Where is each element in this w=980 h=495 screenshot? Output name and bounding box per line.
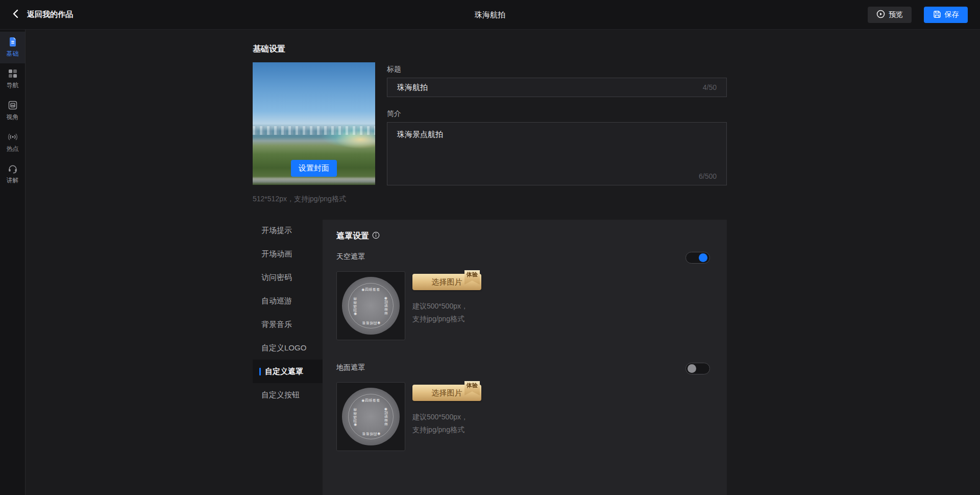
sidebar-item-label: 视角: [7, 113, 19, 122]
preview-label: 预览: [889, 10, 903, 19]
save-label: 保存: [945, 10, 959, 19]
preview-button[interactable]: 预览: [868, 7, 912, 23]
submenu-item-access-password[interactable]: 访问密码: [253, 266, 323, 289]
intro-field-label: 简介: [387, 109, 401, 119]
sidebar-item-narration[interactable]: 讲解: [0, 158, 25, 190]
viewport-icon: [8, 100, 18, 110]
watermark-logo: ◉四维看看: [353, 407, 358, 426]
sidebar-item-label: 热点: [7, 145, 19, 153]
submenu-item-label: 自定义遮罩: [265, 367, 303, 376]
submenu-item-label: 自定义LOGO: [261, 343, 306, 353]
signal-icon: [7, 132, 18, 142]
mask-panel-title: 遮罩设置: [336, 231, 369, 242]
sidebar-item-viewpoint[interactable]: 视角: [0, 95, 25, 127]
toggle-knob: [699, 253, 707, 262]
save-floppy-icon: [933, 10, 941, 20]
ground-mask-preview: ◉四维看看 ◉四维看看 ◉四维看看 ◉四维看看: [336, 382, 405, 451]
submenu-item-opening-tip[interactable]: 开场提示: [253, 219, 323, 242]
document-icon: [8, 37, 18, 47]
app-window: 返回我的作品 珠海航拍 预览 保存 基础: [0, 0, 980, 495]
save-button[interactable]: 保存: [924, 7, 968, 23]
sidebar-item-navigation[interactable]: 导航: [0, 63, 25, 95]
sidebar-item-hotspot[interactable]: 热点: [0, 127, 25, 158]
watermark-logo: ◉四维看看: [361, 287, 380, 292]
hint-line: 建议500*500px，: [412, 411, 468, 423]
sky-mask-preview: ◉四维看看 ◉四维看看 ◉四维看看 ◉四维看看: [336, 271, 405, 340]
intro-counter: 6/500: [699, 172, 717, 180]
submenu-item-custom-mask[interactable]: 自定义遮罩: [253, 360, 323, 383]
watermark-logo: ◉四维看看: [384, 407, 389, 426]
back-button[interactable]: 返回我的作品: [12, 9, 73, 20]
hint-line: 支持jpg/png格式: [412, 313, 468, 325]
sky-mask-hint: 建议500*500px， 支持jpg/png格式: [412, 300, 468, 325]
watermark-logo: ◉四维看看: [384, 296, 389, 315]
title-field-wrap: 4/50: [387, 78, 727, 97]
hint-line: 支持jpg/png格式: [412, 423, 468, 436]
ground-mask-label: 地面遮罩: [336, 363, 365, 372]
submenu-item-label: 自定义按钮: [261, 390, 300, 400]
watermark-logo: ◉四维看看: [361, 398, 380, 403]
sidebar-item-basic[interactable]: 基础: [0, 32, 25, 63]
submenu-item-label: 背景音乐: [261, 320, 292, 329]
set-cover-button[interactable]: 设置封面: [291, 160, 337, 177]
headset-icon: [8, 163, 18, 174]
back-label: 返回我的作品: [27, 10, 73, 19]
intro-field-wrap: 珠海景点航拍 6/500: [387, 122, 727, 185]
page-title: 珠海航拍: [475, 10, 505, 19]
sky-mask-label: 天空遮罩: [336, 252, 365, 262]
grid-icon: [8, 68, 18, 79]
ground-choose-image-button[interactable]: 选择图片 体验: [412, 385, 481, 401]
topbar: 返回我的作品 珠海航拍 预览 保存: [0, 0, 980, 30]
ground-mask-hint: 建议500*500px， 支持jpg/png格式: [412, 411, 468, 436]
sky-mask-toggle[interactable]: [685, 252, 710, 264]
ground-mask-toggle[interactable]: [685, 363, 710, 374]
submenu-item-auto-tour[interactable]: 自动巡游: [253, 289, 323, 313]
trial-ribbon-badge: 体验: [464, 381, 480, 395]
submenu-item-label: 自动巡游: [261, 296, 292, 306]
toggle-knob: [688, 364, 696, 373]
watermark-logo: ◉四维看看: [353, 296, 358, 315]
sidebar-item-label: 基础: [7, 50, 19, 58]
submenu-item-opening-animation[interactable]: 开场动画: [253, 242, 323, 266]
mask-settings-panel: 遮罩设置 天空遮罩 ◉四维看看 ◉四维看看 ◉四维看看 ◉四维看看 选择图片 体…: [323, 220, 727, 495]
cover-hint: 512*512px，支持jpg/png格式: [253, 195, 346, 204]
sky-mask-disc: ◉四维看看 ◉四维看看 ◉四维看看 ◉四维看看: [342, 277, 400, 335]
submenu-item-label: 开场提示: [261, 226, 292, 235]
hint-line: 建议500*500px，: [412, 300, 468, 313]
submenu-item-label: 开场动画: [261, 249, 292, 259]
title-field-label: 标题: [387, 65, 401, 74]
submenu-item-label: 访问密码: [261, 273, 292, 282]
mask-panel-header: 遮罩设置: [336, 231, 380, 242]
watermark-logo: ◉四维看看: [361, 320, 380, 325]
choose-image-label: 选择图片: [432, 388, 462, 397]
info-icon[interactable]: [372, 231, 380, 241]
sidebar-item-label: 讲解: [7, 176, 19, 185]
sky-choose-image-button[interactable]: 选择图片 体验: [412, 274, 481, 290]
submenu-item-custom-button[interactable]: 自定义按钮: [253, 383, 323, 407]
active-indicator-bar: [259, 368, 261, 375]
trial-ribbon-badge: 体验: [464, 270, 480, 285]
submenu-item-background-music[interactable]: 背景音乐: [253, 313, 323, 336]
section-title: 基础设置: [253, 44, 285, 55]
sidebar: 基础 导航 视角 热点 讲解: [0, 30, 26, 495]
watermark-logo: ◉四维看看: [361, 431, 380, 436]
choose-image-label: 选择图片: [432, 277, 462, 286]
submenu-item-custom-logo[interactable]: 自定义LOGO: [253, 336, 323, 360]
sidebar-item-label: 导航: [7, 81, 19, 90]
title-input[interactable]: [387, 78, 726, 97]
play-circle-icon: [876, 10, 885, 20]
settings-submenu: 开场提示 开场动画 访问密码 自动巡游 背景音乐 自定义LOGO 自定义遮罩 自…: [253, 219, 323, 407]
intro-textarea[interactable]: 珠海景点航拍: [387, 123, 726, 185]
ground-mask-disc: ◉四维看看 ◉四维看看 ◉四维看看 ◉四维看看: [342, 388, 400, 445]
title-counter: 4/50: [703, 83, 717, 91]
back-chevron-icon: [12, 9, 18, 20]
topbar-actions: 预览 保存: [868, 7, 968, 23]
